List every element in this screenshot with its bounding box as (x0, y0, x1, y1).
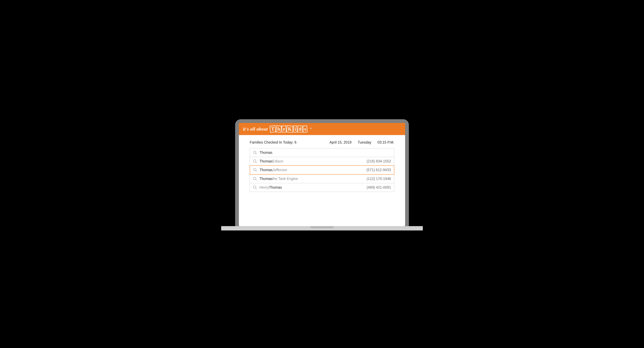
app-header: it's all about T h e K i d s ® (239, 123, 405, 135)
screen: it's all about T h e K i d s ® Families … (239, 123, 405, 226)
brand-box: K (286, 125, 293, 133)
svg-line-5 (256, 171, 257, 172)
svg-line-1 (256, 153, 257, 154)
registered-mark: ® (310, 128, 312, 130)
brand-box: e (281, 126, 286, 133)
brand-box: i (293, 126, 297, 133)
status-day: Tuesday (358, 140, 371, 145)
status-datetime: April 15, 2019 Tuesday 03:15 P.M. (330, 140, 394, 145)
svg-line-9 (256, 188, 257, 189)
status-bar: Families Checked In Today: 6 April 15, 2… (239, 135, 405, 148)
status-date: April 15, 2019 (330, 140, 352, 145)
search-icon (253, 151, 257, 155)
search-icon (253, 185, 257, 189)
brand-box: h (276, 125, 282, 132)
result-name: Thomas Jefferson (260, 168, 364, 172)
svg-point-0 (254, 151, 256, 154)
brand-box: s (302, 125, 308, 132)
status-time: 03:15 P.M. (378, 140, 394, 145)
search-icon (253, 159, 257, 163)
brand-box: d (297, 126, 303, 133)
laptop-frame: it's all about T h e K i d s ® Families … (235, 119, 409, 228)
laptop-notch (310, 226, 334, 228)
search-icon (253, 168, 257, 172)
search-result[interactable]: Thomas the Tank Engine (112) 170-1946 (250, 174, 394, 183)
search-input[interactable]: Thomas (260, 151, 272, 155)
brand-logo: T h e K i d s (270, 126, 307, 132)
svg-line-7 (256, 179, 257, 180)
svg-point-2 (254, 160, 256, 162)
search-panel: Thomas Thomas Edison (216) 834-1552 (250, 148, 394, 192)
search-input-row[interactable]: Thomas (250, 148, 394, 157)
svg-line-3 (256, 162, 257, 163)
stage: it's all about T h e K i d s ® Families … (206, 111, 438, 237)
result-name: Thomas the Tank Engine (260, 177, 364, 181)
laptop-body: it's all about T h e K i d s ® Families … (235, 119, 409, 226)
result-phone: (216) 834-1552 (367, 159, 391, 164)
brand-box: T (270, 125, 276, 133)
search-result[interactable]: Henry Thomas (469) 421-0091 (250, 183, 394, 192)
result-name: Thomas Edison (260, 159, 364, 164)
result-phone: (112) 170-1946 (367, 177, 391, 181)
search-result[interactable]: Thomas Edison (216) 834-1552 (250, 157, 394, 166)
result-phone: (571) 612-9433 (366, 168, 391, 172)
search-result-highlighted[interactable]: Thomas Jefferson (571) 612-9433 (250, 166, 394, 174)
svg-point-8 (254, 186, 256, 188)
svg-point-6 (254, 177, 256, 180)
checkin-count: Families Checked In Today: 6 (250, 140, 323, 145)
search-icon (253, 177, 257, 181)
brand-prefix: it's all about (243, 126, 268, 132)
svg-point-4 (254, 168, 256, 171)
result-name: Henry Thomas (260, 185, 364, 189)
result-phone: (469) 421-0091 (367, 185, 391, 189)
